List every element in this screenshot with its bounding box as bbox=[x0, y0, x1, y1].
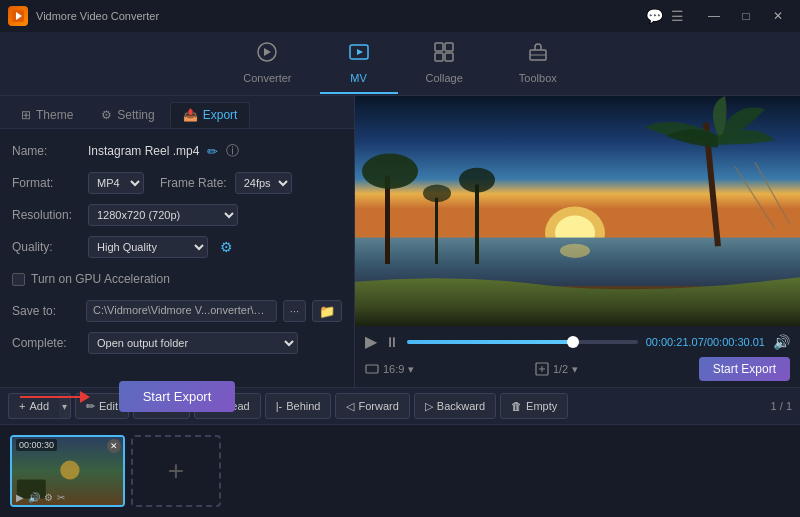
backward-button[interactable]: ▷ Backward bbox=[414, 393, 496, 419]
setting-tab-icon: ⚙ bbox=[101, 108, 112, 122]
complete-select[interactable]: Open output folder Do nothing Shut down bbox=[88, 332, 298, 354]
controls-row-1: ▶ ⏸ 00:00:21.07/00:00:30.01 🔊 bbox=[365, 332, 790, 351]
timeline-cut-icon[interactable]: ✂ bbox=[57, 492, 65, 503]
nav-item-converter[interactable]: Converter bbox=[215, 33, 319, 94]
aspect-ratio-selector[interactable]: 16:9 ▾ bbox=[365, 362, 414, 376]
nav-label-collage: Collage bbox=[426, 72, 463, 84]
folder-button[interactable]: 📁 bbox=[312, 300, 342, 322]
framerate-row: Frame Rate: 24fps 30fps 60fps bbox=[160, 172, 292, 194]
progress-fill bbox=[407, 340, 573, 344]
svg-rect-15 bbox=[385, 176, 390, 264]
nav-label-mv: MV bbox=[350, 72, 367, 84]
tab-export[interactable]: 📤 Export bbox=[170, 102, 251, 128]
mv-icon bbox=[348, 41, 370, 68]
nav-label-toolbox: Toolbox bbox=[519, 72, 557, 84]
video-preview bbox=[355, 96, 800, 326]
arrow-head bbox=[80, 391, 90, 403]
gpu-label: Turn on GPU Acceleration bbox=[31, 272, 170, 286]
timeline-audio-icon[interactable]: 🔊 bbox=[28, 492, 40, 503]
tab-theme-label: Theme bbox=[36, 108, 73, 122]
name-row: Name: Instagram Reel .mp4 ✏ ⓘ bbox=[12, 139, 342, 163]
settings-panel: Name: Instagram Reel .mp4 ✏ ⓘ Format: MP… bbox=[0, 129, 354, 365]
format-select[interactable]: MP4 AVI MOV MKV bbox=[88, 172, 144, 194]
timeline-play-icon[interactable]: ▶ bbox=[16, 492, 24, 503]
chat-icon[interactable]: 💬 bbox=[646, 8, 663, 24]
time-current: 00:00:21.07 bbox=[646, 336, 704, 348]
svg-rect-6 bbox=[435, 53, 443, 61]
aspect-ratio-value: 16:9 bbox=[383, 363, 404, 375]
time-display: 00:00:21.07/00:00:30.01 bbox=[646, 336, 765, 348]
theme-tab-icon: ⊞ bbox=[21, 108, 31, 122]
empty-button[interactable]: 🗑 Empty bbox=[500, 393, 568, 419]
quality-select[interactable]: High Quality Standard Quality Low Qualit… bbox=[88, 236, 208, 258]
video-background bbox=[355, 96, 800, 326]
add-plus-icon: + bbox=[168, 455, 184, 487]
complete-row: Complete: Open output folder Do nothing … bbox=[12, 331, 342, 355]
svg-point-23 bbox=[423, 184, 451, 202]
svg-rect-24 bbox=[366, 365, 378, 373]
collage-icon bbox=[433, 41, 455, 68]
nav-item-toolbox[interactable]: Toolbox bbox=[491, 33, 585, 94]
framerate-label: Frame Rate: bbox=[160, 176, 227, 190]
minimize-button[interactable]: — bbox=[700, 6, 728, 26]
controls-row-2: 16:9 ▾ 1/2 ▾ Start Export bbox=[365, 357, 790, 381]
toolbox-icon bbox=[527, 41, 549, 68]
right-panel: ▶ ⏸ 00:00:21.07/00:00:30.01 🔊 16:9 ▾ bbox=[355, 96, 800, 387]
menu-icon[interactable]: ☰ bbox=[671, 8, 684, 24]
left-panel: ⊞ Theme ⚙ Setting 📤 Export Name: Instagr… bbox=[0, 96, 355, 387]
gpu-checkbox[interactable] bbox=[12, 273, 25, 286]
timeline-add-button[interactable]: + bbox=[131, 435, 221, 507]
name-value: Instagram Reel .mp4 bbox=[88, 144, 199, 158]
svg-point-21 bbox=[459, 168, 495, 193]
tab-theme[interactable]: ⊞ Theme bbox=[8, 102, 86, 128]
preview-scale-selector[interactable]: 1/2 ▾ bbox=[535, 362, 578, 376]
nav-item-collage[interactable]: Collage bbox=[398, 33, 491, 94]
name-edit-icon[interactable]: ✏ bbox=[207, 144, 218, 159]
app-title: Vidmore Video Converter bbox=[36, 10, 646, 22]
name-info-icon[interactable]: ⓘ bbox=[226, 142, 239, 160]
window-controls: — □ ✕ bbox=[700, 6, 792, 26]
start-export-button[interactable]: Start Export bbox=[119, 381, 236, 412]
close-button[interactable]: ✕ bbox=[764, 6, 792, 26]
svg-rect-20 bbox=[475, 184, 479, 264]
timeline-controls: ▶ 🔊 ⚙ ✂ bbox=[16, 492, 65, 503]
volume-icon[interactable]: 🔊 bbox=[773, 334, 790, 350]
export-tab-icon: 📤 bbox=[183, 108, 198, 122]
framerate-select[interactable]: 24fps 30fps 60fps bbox=[235, 172, 292, 194]
nav-item-mv[interactable]: MV bbox=[320, 33, 398, 94]
converter-icon bbox=[256, 41, 278, 68]
svg-rect-5 bbox=[445, 43, 453, 51]
title-bar-icons: 💬 ☰ bbox=[646, 8, 684, 24]
quality-row: Quality: High Quality Standard Quality L… bbox=[12, 235, 342, 259]
preview-scale-value: 1/2 bbox=[553, 363, 568, 375]
progress-bar[interactable] bbox=[407, 340, 638, 344]
svg-rect-7 bbox=[445, 53, 453, 61]
right-export-button[interactable]: Start Export bbox=[699, 357, 790, 381]
quality-label: Quality: bbox=[12, 240, 80, 254]
timeline-time-display: 00:00:30 bbox=[16, 439, 57, 451]
maximize-button[interactable]: □ bbox=[732, 6, 760, 26]
svg-point-16 bbox=[362, 154, 418, 189]
backward-icon: ▷ bbox=[425, 400, 433, 413]
svg-point-29 bbox=[60, 461, 79, 480]
time-total: 00:00:30.01 bbox=[707, 336, 765, 348]
pause-button[interactable]: ⏸ bbox=[385, 334, 399, 350]
empty-label: Empty bbox=[526, 400, 557, 412]
main-content: ⊞ Theme ⚙ Setting 📤 Export Name: Instagr… bbox=[0, 96, 800, 387]
nav-label-converter: Converter bbox=[243, 72, 291, 84]
resolution-select[interactable]: 1280x720 (720p) 1920x1080 (1080p) 3840x2… bbox=[88, 204, 238, 226]
timeline-item-0[interactable]: ✕ 00:00:30 ▶ 🔊 ⚙ ✂ bbox=[10, 435, 125, 507]
video-controls: ▶ ⏸ 00:00:21.07/00:00:30.01 🔊 16:9 ▾ bbox=[355, 326, 800, 387]
quality-gear-icon[interactable]: ⚙ bbox=[220, 239, 233, 255]
arrow-line bbox=[20, 396, 80, 398]
timeline-settings-icon[interactable]: ⚙ bbox=[44, 492, 53, 503]
play-button[interactable]: ▶ bbox=[365, 332, 377, 351]
tab-setting[interactable]: ⚙ Setting bbox=[88, 102, 167, 128]
browse-dots-button[interactable]: ··· bbox=[283, 300, 306, 322]
page-count: 1 / 1 bbox=[771, 400, 792, 412]
backward-label: Backward bbox=[437, 400, 485, 412]
svg-rect-22 bbox=[435, 198, 438, 264]
svg-point-14 bbox=[560, 244, 590, 258]
save-path-display: C:\Vidmore\Vidmore V...onverter\MV Expor… bbox=[86, 300, 277, 322]
timeline-close-button[interactable]: ✕ bbox=[107, 439, 121, 453]
